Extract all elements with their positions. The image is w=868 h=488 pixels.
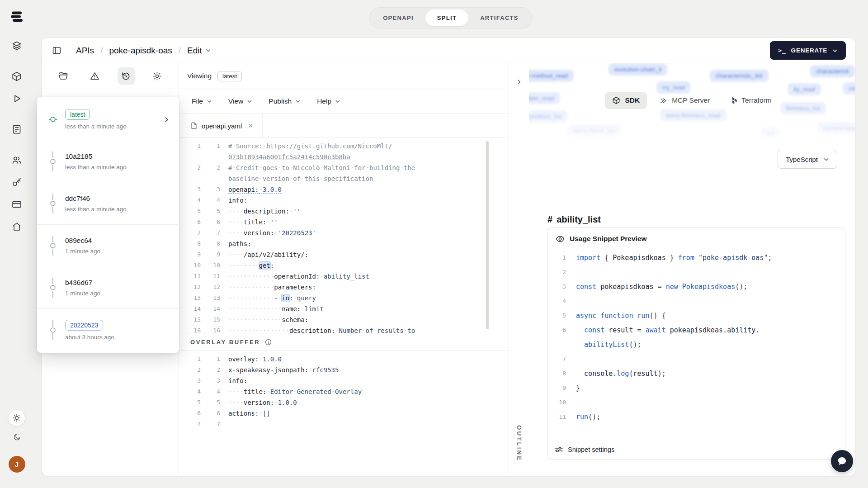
nav-keys-icon[interactable]: [8, 176, 26, 188]
line-number: [179, 152, 201, 162]
git-commit-icon: [48, 152, 57, 171]
code-line: 073b18934a6001fc5a2414c590e3b8ba: [179, 152, 509, 162]
view-tab-openapi[interactable]: OPENAPI: [371, 9, 425, 26]
sidebar-toggle-icon[interactable]: [52, 46, 61, 55]
commit-hash: ddc7f46: [65, 194, 90, 202]
nav-package-icon[interactable]: [8, 71, 26, 82]
history-item-ddc7f46[interactable]: ddc7f46less than a minute ago: [37, 182, 179, 224]
menu-help[interactable]: Help: [317, 97, 340, 105]
history-item-089ec64[interactable]: 089ec641 minute ago: [37, 225, 179, 267]
usage-snippet-header: Usage Snippet Preview: [548, 228, 845, 250]
line-number: 9: [179, 249, 201, 260]
warning-triangle-icon[interactable]: [86, 67, 103, 85]
code-line: 3const pokeapisdkoas = new Pokeapisdkoas…: [548, 280, 845, 294]
menu-file[interactable]: File: [192, 97, 212, 105]
history-item-time: 1 minute ago: [65, 290, 100, 297]
view-tab-artifacts[interactable]: ARTIFACTS: [468, 9, 530, 26]
menu-view[interactable]: View: [228, 97, 252, 105]
generate-button[interactable]: >_ GENERATE: [770, 41, 846, 60]
theme-dark-button[interactable]: [9, 430, 24, 444]
line-number: [179, 173, 201, 184]
history-item-latest[interactable]: latestless than a minute ago: [37, 99, 179, 141]
git-commit-icon: [48, 278, 57, 298]
line-number: 4: [179, 386, 201, 397]
code-line: 44info:: [179, 195, 509, 206]
nav-run-icon[interactable]: [8, 93, 26, 104]
language-select[interactable]: TypeScript: [778, 150, 837, 169]
breadcrumb-edit-dropdown[interactable]: Edit: [187, 46, 211, 56]
tab-openapi-yaml[interactable]: openapi.yaml ×: [179, 114, 263, 137]
preview-column: nter-method_readevolution-chain_licharac…: [529, 63, 855, 476]
code-line: 2: [548, 265, 845, 280]
nav-home-icon[interactable]: [8, 221, 26, 232]
history-item-20220523[interactable]: 20220523about 3 hours ago: [37, 309, 179, 351]
line-number: 10: [548, 395, 566, 410]
line-number: 15: [179, 314, 201, 325]
line-number: 15: [201, 314, 220, 325]
blurred-tag-pill: berry-firmness_read: [660, 109, 726, 122]
line-number: 2: [201, 162, 220, 173]
openapi-editor[interactable]: 11#·Source:·https://gist.github.com/Nicc…: [179, 138, 509, 333]
line-number: 3: [201, 375, 220, 386]
chevron-down-icon: [295, 99, 301, 104]
code-line: 1import { Pokeapisdkoas } from "poke-api…: [548, 251, 845, 265]
breadcrumb-apis[interactable]: APIs: [76, 46, 94, 56]
code-line: 11overlay:·1.0.0: [179, 354, 509, 365]
outline-label[interactable]: OUTLINE: [516, 425, 523, 461]
line-number: 4: [179, 195, 201, 206]
line-number: 4: [201, 386, 220, 397]
breadcrumb-project[interactable]: poke-apisdk-oas: [109, 46, 172, 56]
nav-docs-icon[interactable]: [8, 123, 26, 135]
line-number: 12: [179, 282, 201, 293]
folder-open-icon[interactable]: [55, 67, 72, 85]
line-number: [201, 173, 220, 184]
sliders-icon: [555, 446, 563, 453]
snippet-settings-button[interactable]: Snippet settings: [548, 439, 845, 460]
code-line: 22x-speakeasy-jsonpath:·rfc9535: [179, 365, 509, 375]
usage-snippet-code[interactable]: 1import { Pokeapisdkoas } from "poke-api…: [548, 250, 845, 439]
chat-button[interactable]: [831, 450, 853, 472]
nav-layers-icon[interactable]: [8, 40, 26, 52]
settings-gear-icon[interactable]: [149, 67, 166, 85]
nav-billing-icon[interactable]: [8, 199, 26, 210]
editor-scrollbar[interactable]: [486, 141, 489, 329]
line-number: 13: [201, 293, 220, 303]
chevron-right-icon: [163, 116, 170, 123]
target-tab-terraform[interactable]: Terraform: [722, 92, 778, 109]
history-item-10a2185[interactable]: 10a2185less than a minute ago: [37, 141, 179, 183]
line-number: 5: [201, 397, 220, 408]
version-badge-latest: latest: [65, 109, 90, 120]
chevron-right-icon[interactable]: [516, 79, 522, 85]
blurred-tag-pill: nter-method_read: [529, 70, 574, 82]
info-icon[interactable]: [265, 339, 272, 346]
history-item-b436d67[interactable]: b436d671 minute ago: [37, 267, 179, 309]
chevron-down-icon: [832, 48, 838, 53]
close-tab-icon[interactable]: ×: [248, 122, 253, 130]
line-number: 7: [201, 419, 220, 430]
sun-icon: [12, 413, 21, 422]
history-icon[interactable]: [118, 67, 135, 85]
view-tab-split[interactable]: SPLIT: [425, 9, 468, 26]
overlay-buffer-editor[interactable]: 11overlay:·1.0.022x-speakeasy-jsonpath:·…: [179, 351, 509, 476]
file-icon: [191, 122, 197, 129]
user-avatar[interactable]: J: [9, 456, 25, 473]
theme-light-button[interactable]: [9, 410, 25, 426]
nav-users-icon[interactable]: [8, 154, 26, 166]
mcp-icon: [660, 97, 667, 104]
app-logo[interactable]: [10, 10, 24, 24]
history-item-time: less than a minute ago: [65, 123, 127, 130]
code-line: 10: [548, 395, 845, 410]
chevron-down-icon: [823, 156, 829, 162]
menu-publish[interactable]: Publish: [269, 97, 301, 105]
line-number: 5: [548, 308, 566, 323]
target-tab-mcp-server[interactable]: MCP Server: [652, 92, 717, 109]
blurred-tag-pill: list: [761, 128, 781, 140]
line-number: 1: [201, 354, 220, 365]
line-number: 2: [179, 162, 201, 173]
target-tab-sdk[interactable]: SDK: [605, 92, 647, 109]
overlay-buffer-header: OVERLAY BUFFER: [179, 333, 509, 351]
cube-icon: [612, 96, 620, 104]
line-number: 3: [201, 184, 220, 195]
line-number: 12: [201, 282, 220, 293]
line-number: 7: [179, 227, 201, 238]
